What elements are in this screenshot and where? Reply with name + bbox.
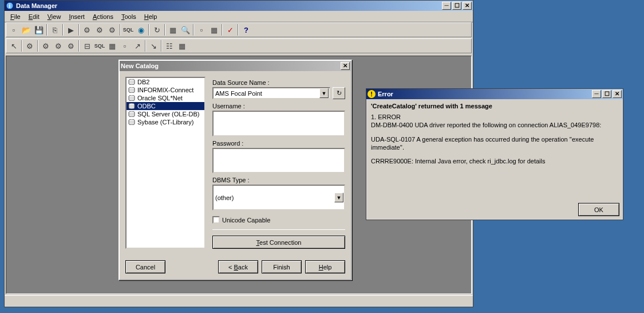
dialog-close-button[interactable]: ✕ (341, 62, 350, 70)
page-icon[interactable]: ▫ (118, 40, 131, 52)
toolbar-separator (148, 24, 149, 36)
doc-icon[interactable]: ▫ (195, 24, 208, 36)
grid3-icon[interactable]: ▦ (176, 40, 188, 52)
catalog-type-item[interactable]: INFORMIX-Connect (127, 86, 204, 94)
cancel-button[interactable]: Cancel (125, 260, 165, 273)
help-button[interactable]: Help (305, 260, 345, 273)
catalog-type-item[interactable]: DB2 (127, 78, 204, 86)
menu-actions[interactable]: Actions (89, 12, 117, 21)
password-label: Password : (212, 140, 345, 147)
app-icon: i (6, 2, 14, 10)
refresh-dsn-button[interactable]: ↻ (333, 87, 345, 99)
table-icon[interactable]: ▦ (208, 24, 220, 36)
chevron-down-icon[interactable]: ▼ (319, 88, 329, 98)
svg-text:i: i (9, 3, 11, 9)
ok-button[interactable]: OK (578, 203, 619, 216)
toolbar-separator (145, 40, 146, 52)
error-line-4: CRRRE9000E: Internal Java error, check r… (371, 157, 618, 165)
gear7-icon[interactable]: ⚙ (65, 40, 77, 52)
chart-icon[interactable]: ↗ (131, 40, 144, 52)
refresh-icon[interactable]: ↻ (151, 24, 163, 36)
new-icon[interactable]: ▫ (7, 24, 20, 36)
help-icon[interactable]: ? (240, 24, 252, 36)
unicode-checkbox[interactable] (212, 216, 220, 224)
database-icon (128, 87, 135, 93)
warning-icon: ! (368, 90, 376, 98)
finish-button[interactable]: Finish (262, 260, 302, 273)
back-button[interactable]: < Back (218, 260, 258, 273)
catalog-type-label: Oracle SQL*Net (137, 95, 183, 101)
error-minimize-button[interactable]: ─ (592, 90, 601, 98)
db-icon[interactable]: ⊟ (81, 40, 93, 52)
menu-tools[interactable]: Tools (118, 12, 140, 21)
menu-view[interactable]: View (44, 12, 65, 21)
dialog-form: Data Source Name : AMS Focal Point ▼ ↻ U… (212, 77, 345, 249)
catalog-type-item[interactable]: ODBC (127, 102, 204, 110)
gear6-icon[interactable]: ⚙ (52, 40, 65, 52)
error-close-button[interactable]: ✕ (613, 90, 622, 98)
sql-icon[interactable]: SQL (122, 24, 135, 36)
catalog-type-item[interactable]: Sybase (CT-Library) (127, 118, 204, 126)
toolbar-1: ▫ 📂 💾 ⎘ ▶ ⚙ ⚙ ⚙ SQL ◉ ↻ ▦ 🔍 ▫ ▦ ✓ ? (6, 22, 472, 37)
gear4-icon[interactable]: ⚙ (23, 40, 36, 52)
catalog-type-item[interactable]: SQL Server (OLE-DB) (127, 110, 204, 118)
gear3-icon[interactable]: ⚙ (106, 24, 118, 36)
sql2-icon[interactable]: SQL (93, 40, 106, 52)
unicode-label: Unicode Capable (222, 217, 270, 224)
dbms-value: (other) (215, 194, 234, 201)
globe-icon[interactable]: ◉ (135, 24, 147, 36)
toolbar-separator (21, 40, 22, 52)
database-icon (128, 79, 135, 85)
menu-file[interactable]: File (7, 12, 24, 21)
database-icon (128, 95, 135, 101)
copy-icon[interactable]: ⎘ (49, 24, 61, 36)
toolbar-separator (37, 40, 38, 52)
open-icon[interactable]: 📂 (20, 24, 33, 36)
check-icon[interactable]: ✓ (224, 24, 236, 36)
test-connection-button[interactable]: Test Connection (212, 236, 345, 249)
chevron-down-icon[interactable]: ▼ (334, 193, 343, 202)
toolbar-2: ↖ ⚙ ⚙ ⚙ ⚙ ⊟ SQL ▦ ▫ ↗ ↘ ☷ ▦ (6, 38, 472, 53)
new-catalog-dialog: New Catalog ✕ DB2INFORMIX-ConnectOracle … (118, 60, 352, 280)
save-icon[interactable]: 💾 (33, 24, 45, 36)
toolbar-separator (62, 24, 64, 36)
dbms-combo[interactable]: (other) ▼ (212, 185, 345, 210)
menu-insert[interactable]: Insert (65, 12, 88, 21)
dsn-combo[interactable]: AMS Focal Point ▼ (212, 87, 330, 99)
toolbar-separator (46, 24, 48, 36)
grid2-icon[interactable]: ▦ (106, 40, 118, 52)
minimize-button[interactable]: ─ (442, 2, 451, 10)
error-maximize-button[interactable]: ☐ (602, 90, 611, 98)
gear2-icon[interactable]: ⚙ (93, 24, 106, 36)
statusbar (5, 295, 473, 307)
error-line-2: DM-DBM-0400 UDA driver reported the foll… (371, 121, 618, 129)
toolbar-separator (78, 40, 80, 52)
password-input[interactable] (212, 148, 345, 174)
gear5-icon[interactable]: ⚙ (39, 40, 52, 52)
toolbar-separator (193, 24, 194, 36)
menubar: File Edit View Insert Actions Tools Help (5, 11, 473, 22)
toolbar-separator (120, 24, 121, 36)
error-line-1: 1. ERROR (371, 113, 618, 121)
gear-icon[interactable]: ⚙ (81, 24, 93, 36)
play-icon[interactable]: ▶ (65, 24, 77, 36)
maximize-button[interactable]: ☐ (452, 2, 461, 10)
grid-icon[interactable]: ▦ (167, 24, 179, 36)
menu-help[interactable]: Help (141, 12, 161, 21)
dialog-title: New Catalog (121, 62, 339, 69)
username-input[interactable] (212, 111, 345, 136)
menu-edit[interactable]: Edit (25, 12, 43, 21)
search-icon[interactable]: 🔍 (179, 24, 192, 36)
catalog-type-label: INFORMIX-Connect (137, 87, 193, 93)
error-body: 1. ERROR DM-DBM-0400 UDA driver reported… (366, 113, 623, 199)
close-button[interactable]: ✕ (463, 2, 472, 10)
toolbar-separator (78, 24, 80, 36)
pointer-icon[interactable]: ↖ (7, 40, 20, 52)
catalog-type-item[interactable]: Oracle SQL*Net (127, 94, 204, 102)
catalog-type-listbox[interactable]: DB2INFORMIX-ConnectOracle SQL*NetODBCSQL… (125, 77, 206, 249)
link-icon[interactable]: ↘ (147, 40, 160, 52)
dsn-value: AMS Focal Point (215, 90, 262, 97)
tree-icon[interactable]: ☷ (163, 40, 176, 52)
database-icon (128, 103, 135, 109)
error-header: 'CreateCatalog' returned with 1 message (366, 99, 623, 113)
